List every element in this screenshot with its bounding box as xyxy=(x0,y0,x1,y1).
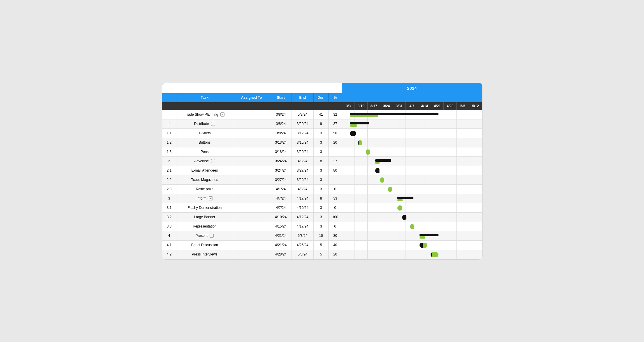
gantt-bar-green-oval xyxy=(366,149,370,155)
collapse-icon[interactable]: − xyxy=(211,159,215,163)
row-end: 4/10/24 xyxy=(292,203,314,212)
row-end: 3/12/24 xyxy=(292,128,314,138)
row-start: 3/8/24 xyxy=(270,119,292,128)
gantt-bar-black xyxy=(350,122,369,124)
row-assigned xyxy=(233,250,270,259)
row-task: Panel Discussion xyxy=(176,240,233,250)
row-assigned xyxy=(233,166,270,175)
date-9: 5/5 xyxy=(457,102,469,110)
col-start: Start xyxy=(270,93,292,102)
gantt-chart: 2024 Task Assigned To Start End Dur. % 3… xyxy=(162,83,482,260)
row-id: 3 xyxy=(162,194,176,203)
row-task: Representation xyxy=(176,222,233,231)
gantt-bar-oval xyxy=(431,252,438,257)
row-pct: 80 xyxy=(329,166,342,175)
row-end: 5/3/24 xyxy=(292,231,314,240)
gantt-bar-green-oval xyxy=(397,205,402,211)
row-id: 2.2 xyxy=(162,175,176,184)
row-assigned xyxy=(233,156,270,166)
date-6: 4/14 xyxy=(418,102,431,110)
collapse-icon[interactable]: − xyxy=(220,112,224,117)
col-dur: Dur. xyxy=(313,93,329,102)
row-end: 3/27/24 xyxy=(292,166,314,175)
table-row: 4.2Press Interviews4/28/245/3/24520 xyxy=(162,250,482,259)
row-task: Press Interviews xyxy=(176,250,233,259)
row-end: 3/20/24 xyxy=(292,147,314,156)
gantt-bar-oval xyxy=(350,131,356,136)
gantt-bar-cell xyxy=(342,166,482,175)
row-dur: 9 xyxy=(313,119,329,128)
row-pct: 37 xyxy=(329,119,342,128)
row-pct: 32 xyxy=(329,110,342,119)
row-pct: 0 xyxy=(329,203,342,212)
gantt-bar-cell xyxy=(342,212,482,222)
row-pct: 0 xyxy=(329,222,342,231)
row-end: 4/17/24 xyxy=(292,222,314,231)
row-end: 3/29/24 xyxy=(292,175,314,184)
row-dur: 3 xyxy=(313,166,329,175)
table-row: 3Inform −4/7/244/17/24833 xyxy=(162,194,482,203)
gantt-bar-green-oval xyxy=(380,177,384,183)
gantt-bar-cell xyxy=(342,231,482,240)
gantt-bar-black xyxy=(350,113,438,115)
collapse-icon[interactable]: − xyxy=(211,122,215,126)
row-task: Large Banner xyxy=(176,212,233,222)
gantt-bar-cell xyxy=(342,222,482,231)
gantt-bar-cell xyxy=(342,138,482,147)
gantt-bar-green xyxy=(350,124,357,127)
table-row: 3.3Representation4/15/244/17/2430 xyxy=(162,222,482,231)
row-dur: 3 xyxy=(313,212,329,222)
row-assigned xyxy=(233,138,270,147)
row-task: Buttons xyxy=(176,138,233,147)
date-4: 3/31 xyxy=(393,102,406,110)
gantt-bar-cell xyxy=(342,175,482,184)
table-row: 1.1T-Shirts3/8/243/12/24390 xyxy=(162,128,482,138)
row-dur: 3 xyxy=(313,175,329,184)
row-task: Flashy Demonstration xyxy=(176,203,233,212)
gantt-bar-cell xyxy=(342,194,482,203)
row-start: 4/1/24 xyxy=(270,184,292,194)
row-start: 3/8/24 xyxy=(270,110,292,119)
row-task: Pens xyxy=(176,147,233,156)
row-id: 3.3 xyxy=(162,222,176,231)
row-pct: 100 xyxy=(329,212,342,222)
row-id: 3.1 xyxy=(162,203,176,212)
gantt-bar-green-oval xyxy=(388,187,392,192)
row-id: 2.3 xyxy=(162,184,176,194)
dates-header-row: 3/3 3/10 3/17 3/24 3/31 4/7 4/14 4/21 4/… xyxy=(162,102,482,110)
row-assigned xyxy=(233,240,270,250)
row-pct: 33 xyxy=(329,194,342,203)
table-row: 2Advertise −3/24/244/3/24827 xyxy=(162,156,482,166)
row-task: Trade Show Planning − xyxy=(176,110,233,119)
gantt-bar-cell xyxy=(342,110,482,119)
row-assigned xyxy=(233,231,270,240)
table-row: 4Present −4/21/245/3/241030 xyxy=(162,231,482,240)
table-row: 2.2Trade Magazines3/27/243/29/243 xyxy=(162,175,482,184)
row-start: 4/28/24 xyxy=(270,250,292,259)
row-id: 3.2 xyxy=(162,212,176,222)
row-start: 4/21/24 xyxy=(270,240,292,250)
row-pct: 20 xyxy=(329,138,342,147)
row-dur: 3 xyxy=(313,147,329,156)
row-pct xyxy=(329,175,342,184)
row-dur: 3 xyxy=(313,203,329,212)
col-id xyxy=(162,93,176,102)
gantt-bar-black-oval xyxy=(402,215,406,220)
collapse-icon[interactable]: − xyxy=(209,196,213,200)
date-1: 3/10 xyxy=(355,102,367,110)
row-id: 1 xyxy=(162,119,176,128)
row-assigned xyxy=(233,147,270,156)
row-end: 4/3/24 xyxy=(292,184,314,194)
row-dur: 5 xyxy=(313,240,329,250)
row-start: 4/10/24 xyxy=(270,212,292,222)
date-10: 5/12 xyxy=(469,102,482,110)
table-row: 1Distribute −3/8/243/20/24937 xyxy=(162,119,482,128)
row-end: 4/3/24 xyxy=(292,156,314,166)
gantt-bar-green xyxy=(350,115,378,117)
row-id: 1.3 xyxy=(162,147,176,156)
row-assigned xyxy=(233,175,270,184)
row-assigned xyxy=(233,184,270,194)
row-dur: 3 xyxy=(313,128,329,138)
collapse-icon[interactable]: − xyxy=(210,234,214,238)
row-assigned xyxy=(233,128,270,138)
